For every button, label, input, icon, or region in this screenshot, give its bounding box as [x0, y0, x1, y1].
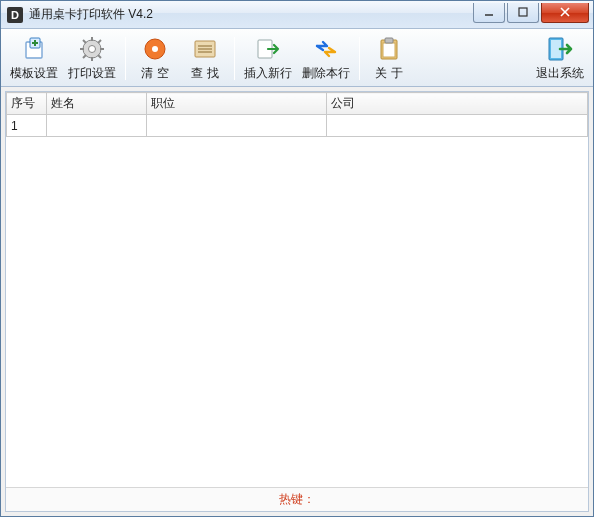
toolbar-separator [359, 37, 360, 80]
template-settings-label: 模板设置 [10, 65, 58, 82]
svg-rect-1 [519, 8, 527, 16]
footer-bar: 热键： [6, 487, 588, 511]
svg-line-15 [98, 40, 101, 43]
cell-index[interactable]: 1 [7, 115, 47, 137]
titlebar: D 通用桌卡打印软件 V4.2 [1, 1, 593, 29]
find-label: 查 找 [191, 65, 218, 82]
close-button[interactable] [541, 3, 589, 23]
table-header-row: 序号 姓名 职位 公司 [7, 93, 588, 115]
exit-button[interactable]: 退出系统 [531, 31, 589, 86]
print-settings-button[interactable]: 打印设置 [63, 31, 121, 86]
cell-company[interactable] [327, 115, 588, 137]
cell-position[interactable] [147, 115, 327, 137]
toolbar-separator [125, 37, 126, 80]
content-area: 序号 姓名 职位 公司 1 热键： [5, 91, 589, 512]
data-grid[interactable]: 序号 姓名 职位 公司 1 [6, 92, 588, 487]
svg-rect-26 [383, 43, 395, 57]
clear-label: 清 空 [141, 65, 168, 82]
template-settings-button[interactable]: 模板设置 [5, 31, 63, 86]
maximize-button[interactable] [507, 3, 539, 23]
swap-arrows-icon [312, 35, 340, 63]
svg-point-17 [89, 46, 96, 53]
about-button[interactable]: 关 于 [364, 31, 414, 86]
delete-row-button[interactable]: 删除本行 [297, 31, 355, 86]
print-settings-label: 打印设置 [68, 65, 116, 82]
gear-icon [78, 35, 106, 63]
svg-line-16 [83, 55, 86, 58]
toolbar-separator [234, 37, 235, 80]
svg-line-14 [98, 55, 101, 58]
minimize-button[interactable] [473, 3, 505, 23]
plus-page-icon [20, 35, 48, 63]
table-row[interactable]: 1 [7, 115, 588, 137]
col-header-position[interactable]: 职位 [147, 93, 327, 115]
delete-row-label: 删除本行 [302, 65, 350, 82]
svg-point-19 [152, 46, 158, 52]
insert-row-button[interactable]: 插入新行 [239, 31, 297, 86]
col-header-company[interactable]: 公司 [327, 93, 588, 115]
svg-line-13 [83, 40, 86, 43]
app-icon: D [7, 7, 23, 23]
find-button[interactable]: 查 找 [180, 31, 230, 86]
insert-row-label: 插入新行 [244, 65, 292, 82]
window-controls [473, 7, 593, 23]
exit-label: 退出系统 [536, 65, 584, 82]
svg-rect-27 [385, 38, 393, 43]
clipboard-icon [375, 35, 403, 63]
exit-icon [546, 35, 574, 63]
hotkeys-label: 热键： [279, 491, 315, 508]
delete-disc-icon [141, 35, 169, 63]
col-header-name[interactable]: 姓名 [47, 93, 147, 115]
clear-button[interactable]: 清 空 [130, 31, 180, 86]
about-label: 关 于 [375, 65, 402, 82]
window-title: 通用桌卡打印软件 V4.2 [29, 6, 473, 23]
insert-icon [254, 35, 282, 63]
list-icon [191, 35, 219, 63]
col-header-index[interactable]: 序号 [7, 93, 47, 115]
app-window: D 通用桌卡打印软件 V4.2 [0, 0, 594, 517]
cell-name[interactable] [47, 115, 147, 137]
toolbar: 模板设置 打印设置 [1, 29, 593, 87]
